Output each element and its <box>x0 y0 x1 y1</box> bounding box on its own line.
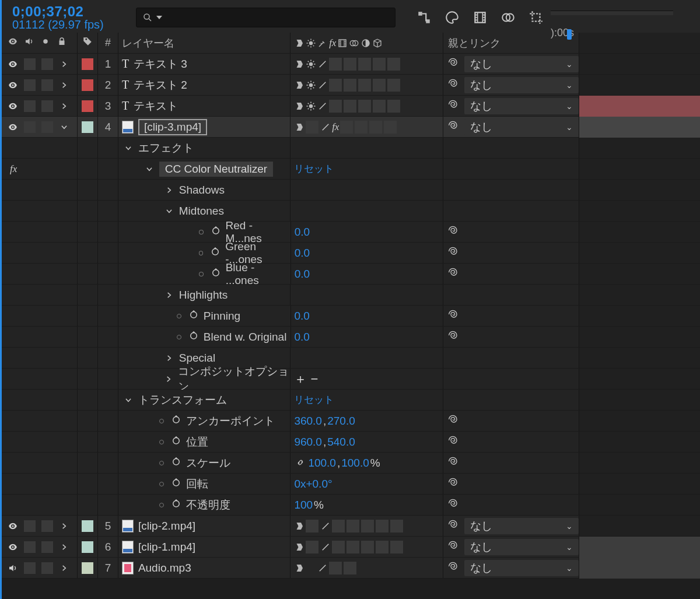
layer-row-5[interactable]: 5 [clip-2.mp4] なし⌄ <box>2 516 700 537</box>
palette-icon[interactable] <box>444 10 460 25</box>
pickwhip-icon[interactable] <box>448 561 460 575</box>
solo-toggle[interactable] <box>41 100 53 112</box>
layer-row-3[interactable]: 3 Tテキスト なし⌄ <box>2 96 700 117</box>
solo-toggle[interactable] <box>41 520 53 532</box>
visibility-toggle[interactable] <box>8 122 18 132</box>
twirl-closed-icon[interactable] <box>59 521 69 531</box>
transform-prop-row[interactable]: スケール 100.0,100.0% <box>2 453 700 474</box>
pickwhip-icon[interactable] <box>448 456 460 470</box>
transform-group-row[interactable]: トランスフォーム リセット <box>2 390 700 411</box>
switch-cell[interactable] <box>355 121 368 134</box>
shadows-section-row[interactable]: Shadows <box>2 180 700 201</box>
stopwatch-icon[interactable] <box>171 435 181 449</box>
audio-toggle[interactable] <box>24 121 36 133</box>
shy-switch[interactable] <box>294 101 304 111</box>
twirl-closed-icon[interactable] <box>59 542 69 552</box>
keyframe-nav-icon[interactable] <box>159 461 164 465</box>
render-region-icon[interactable] <box>528 10 544 25</box>
switch-cell[interactable] <box>358 100 371 113</box>
parent-dropdown[interactable]: なし⌄ <box>464 56 579 72</box>
label-color[interactable] <box>82 541 93 553</box>
parent-dropdown[interactable]: なし⌄ <box>464 77 579 93</box>
twirl-closed-icon[interactable] <box>59 59 69 69</box>
reset-link[interactable]: リセット <box>294 393 334 407</box>
parent-dropdown[interactable]: なし ⌄ <box>464 119 579 135</box>
switch-cell[interactable] <box>361 520 374 533</box>
transform-prop-row[interactable]: 不透明度 100% <box>2 495 700 516</box>
audio-on-icon[interactable] <box>8 563 18 573</box>
parent-dropdown[interactable]: なし⌄ <box>464 560 579 576</box>
parent-dropdown[interactable]: なし⌄ <box>464 518 579 534</box>
switch-cell[interactable] <box>344 100 356 113</box>
switch-cell[interactable] <box>369 121 382 134</box>
quality-switch[interactable] <box>317 59 328 69</box>
collapse-switch[interactable] <box>306 59 316 69</box>
label-column-icon[interactable] <box>82 36 93 50</box>
add-remove-buttons[interactable]: ＋− <box>294 370 321 388</box>
shy-switch[interactable] <box>294 563 304 573</box>
keyframe-nav-icon[interactable] <box>199 230 204 234</box>
constrain-link-icon[interactable] <box>294 457 307 470</box>
prop-value[interactable]: 0.0 <box>295 331 310 344</box>
prop-value[interactable]: 0.0 <box>295 226 310 239</box>
switch-cell[interactable] <box>387 79 400 92</box>
stopwatch-icon[interactable] <box>188 309 199 323</box>
pickwhip-icon[interactable] <box>448 120 460 134</box>
effect-row[interactable]: fx CC Color Neutralizer リセット <box>2 159 700 180</box>
quality-switch[interactable] <box>317 563 328 573</box>
switch-cell[interactable] <box>306 541 318 554</box>
switch-cell[interactable] <box>329 562 342 575</box>
layer-row-2[interactable]: 2 Tテキスト 2 なし⌄ <box>2 75 700 96</box>
switch-cell[interactable] <box>344 58 356 71</box>
layer-name[interactable]: [clip-2.mp4] <box>138 520 195 533</box>
switch-cell[interactable] <box>376 541 388 554</box>
stopwatch-icon[interactable] <box>188 330 199 344</box>
twirl-closed-icon[interactable] <box>59 101 69 111</box>
solo-toggle[interactable] <box>41 121 53 133</box>
label-color[interactable] <box>82 562 93 574</box>
keyframe-nav-icon[interactable] <box>159 482 164 486</box>
label-color[interactable] <box>82 520 93 532</box>
twirl-closed-icon[interactable] <box>164 353 174 363</box>
audio-toggle[interactable] <box>24 541 36 553</box>
special-section-row[interactable]: Special <box>2 348 700 369</box>
keyframe-nav-icon[interactable] <box>159 419 164 423</box>
pickwhip-icon[interactable] <box>448 540 460 554</box>
twirl-closed-icon[interactable] <box>164 290 174 300</box>
switch-cell[interactable] <box>344 562 356 575</box>
switch-cell[interactable] <box>384 121 397 134</box>
search-filter-dropdown-icon[interactable] <box>156 16 162 19</box>
property-row[interactable]: Blue - ...ones 0.0 <box>2 264 700 285</box>
blend-prop-row[interactable]: Blend w. Original 0.0 <box>2 327 700 348</box>
quality-switch[interactable] <box>317 101 328 111</box>
layer-row-4[interactable]: 4 [clip-3.mp4] fx なし ⌄ <box>2 117 700 138</box>
twirl-closed-icon[interactable] <box>59 563 69 573</box>
twirl-closed-icon[interactable] <box>59 80 69 90</box>
video-column-icon[interactable] <box>8 36 18 50</box>
stopwatch-icon[interactable] <box>210 246 220 260</box>
switch-cell[interactable] <box>373 58 386 71</box>
prop-value[interactable]: 0x+0.0° <box>294 478 332 491</box>
shy-switch[interactable] <box>294 122 304 132</box>
switch-cell[interactable] <box>390 541 403 554</box>
shy-switch[interactable] <box>294 542 304 552</box>
stopwatch-icon[interactable] <box>171 456 181 470</box>
collapse-switch[interactable] <box>306 101 316 111</box>
label-color[interactable] <box>82 121 93 133</box>
pinning-prop-row[interactable]: Pinning 0.0 <box>2 306 700 327</box>
twirl-open-icon[interactable] <box>59 122 69 132</box>
switch-cell[interactable] <box>373 100 386 113</box>
switch-cell[interactable] <box>340 121 353 134</box>
prop-value[interactable]: 0.0 <box>295 310 310 323</box>
layer-search[interactable] <box>136 8 396 27</box>
audio-toggle[interactable] <box>24 562 36 574</box>
pickwhip-icon[interactable] <box>448 57 460 71</box>
pickwhip-icon[interactable] <box>448 246 460 260</box>
pickwhip-icon[interactable] <box>448 309 460 323</box>
quality-switch[interactable] <box>320 122 331 132</box>
switch-cell[interactable] <box>373 79 386 92</box>
lock-column-icon[interactable] <box>57 36 67 50</box>
keyframe-nav-icon[interactable] <box>159 503 164 507</box>
pickwhip-icon[interactable] <box>448 267 460 281</box>
pickwhip-icon[interactable] <box>448 330 460 344</box>
